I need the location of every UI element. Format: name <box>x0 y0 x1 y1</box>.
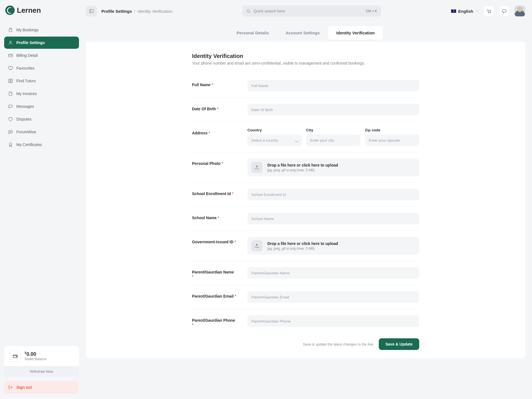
signout-button[interactable]: Sign out <box>4 381 79 393</box>
search-input[interactable] <box>254 9 363 13</box>
topbar: Profile Settings / Identity Verification… <box>83 0 532 24</box>
tabs: Personal Details Account Settings Identi… <box>86 24 525 42</box>
search-box[interactable]: Ctrl + K <box>242 6 381 17</box>
main-nav: My Bookings Profile Settings Billing Det… <box>4 24 79 151</box>
dob-input[interactable] <box>247 104 419 116</box>
sidebar-item-profile[interactable]: Profile Settings <box>4 37 79 49</box>
guardian-name-label: Parent/Gaurdian Name * <box>192 267 236 279</box>
chat-bubble-icon <box>502 9 507 14</box>
content-card: Personal Details Account Settings Identi… <box>86 24 525 358</box>
sidebar-item-certificates[interactable]: My Certificates <box>4 139 79 151</box>
zip-label: Zip code <box>365 128 419 132</box>
photo-upload[interactable]: Drop a file here or click here to upload… <box>247 158 419 176</box>
chevron-down-icon <box>475 9 479 13</box>
avatar[interactable] <box>514 6 525 17</box>
guardian-name-input[interactable] <box>247 267 419 279</box>
school-name-label: School Name * <box>192 213 236 220</box>
svg-point-2 <box>9 143 12 145</box>
search-kbd: Ctrl + K <box>366 9 377 13</box>
upload-hint: jpg, jpeg, gif or png (max. 5 MB) <box>267 168 338 172</box>
logo-mark <box>5 6 15 15</box>
school-name-input[interactable] <box>247 213 419 224</box>
tab-personal[interactable]: Personal Details <box>228 26 277 40</box>
flag-icon <box>451 9 456 13</box>
language-switcher[interactable]: English <box>451 9 479 14</box>
wallet-label: Wallet Balance <box>25 357 47 361</box>
zip-input[interactable] <box>365 134 419 146</box>
bag-icon <box>8 27 13 32</box>
svg-point-6 <box>247 10 250 12</box>
cart-button[interactable] <box>483 6 494 17</box>
breadcrumb-current: Identity Verification <box>137 9 172 14</box>
form: Identity Verification Your phone number … <box>192 42 419 358</box>
guardian-phone-label: Parent/Gaurdian Phone * <box>192 315 236 327</box>
sidebar-item-label: My Certificates <box>16 142 42 147</box>
sidebar-item-bookings[interactable]: My Bookings <box>4 24 79 36</box>
sidebar-item-label: Find Tutors <box>16 79 36 83</box>
language-label: English <box>458 9 473 14</box>
dob-label: Date Of Birth * <box>192 104 236 111</box>
sidebar-item-label: My Bookings <box>16 28 39 32</box>
svg-rect-5 <box>89 9 93 13</box>
sidebar-item-forum[interactable]: ForumWise <box>4 126 79 138</box>
sidebar-item-label: My Invoices <box>16 91 37 96</box>
withdraw-button[interactable]: Withdraw Now <box>4 366 79 377</box>
full-name-label: Full Name * <box>192 80 236 87</box>
city-label: City <box>306 128 360 132</box>
sidebar-item-billing[interactable]: Billing Detail <box>4 49 79 62</box>
logo[interactable]: Lernen <box>4 6 79 15</box>
enrollment-label: School Enrollment Id * <box>192 189 236 196</box>
gov-id-upload[interactable]: Drop a file here or click here to upload… <box>247 237 419 255</box>
save-button[interactable]: Save & Update <box>379 338 419 350</box>
footer-hint: Save & update the latest changes to the … <box>303 342 373 346</box>
address-label: Address * <box>192 128 236 135</box>
guardian-phone-input[interactable] <box>247 315 419 327</box>
sidebar-item-messages[interactable]: Messages <box>4 100 79 112</box>
sidebar-item-favourites[interactable]: Favourites <box>4 62 79 74</box>
tab-identity[interactable]: Identity Verification <box>328 26 383 40</box>
upload-hint: jpg, jpeg, gif or png (max. 5 MB) <box>267 247 338 250</box>
wallet-amount: $0.00 <box>25 351 47 357</box>
svg-rect-1 <box>9 54 12 57</box>
badge-icon <box>8 142 13 147</box>
shield-icon <box>8 117 13 122</box>
sidebar-item-disputes[interactable]: Disputes <box>4 113 79 125</box>
sidebar-toggle-button[interactable] <box>86 6 97 17</box>
svg-rect-9 <box>503 10 506 12</box>
page-description: Your phone number and email are semi-con… <box>192 61 419 65</box>
tab-account[interactable]: Account Settings <box>277 26 328 40</box>
user-icon <box>8 40 13 45</box>
logout-icon <box>8 385 13 390</box>
country-label: Country <box>247 128 302 132</box>
enrollment-input[interactable] <box>247 189 419 200</box>
heart-icon <box>8 66 13 71</box>
guardian-email-input[interactable] <box>247 291 419 303</box>
logo-text: Lernen <box>17 6 41 15</box>
sidebar-item-label: Favourites <box>16 66 34 70</box>
svg-point-7 <box>488 12 489 13</box>
city-input[interactable] <box>306 134 360 146</box>
chat-button[interactable] <box>499 6 510 17</box>
chat-icon <box>8 129 13 134</box>
sidebar-item-label: Disputes <box>16 117 31 121</box>
page-title: Identity Verification <box>192 53 419 59</box>
full-name-input[interactable] <box>247 80 419 91</box>
breadcrumb: Profile Settings / Identity Verification <box>101 9 172 14</box>
upload-icon <box>251 240 262 251</box>
sidebar-item-invoices[interactable]: My Invoices <box>4 88 79 100</box>
form-footer: Save & update the latest changes to the … <box>192 333 419 350</box>
main: Profile Settings / Identity Verification… <box>83 0 532 399</box>
upload-title: Drop a file here or click here to upload <box>267 163 338 167</box>
wallet-card: $0.00 Wallet Balance Withdraw Now <box>4 346 79 377</box>
svg-point-8 <box>490 12 490 13</box>
country-select[interactable]: Select a country <box>247 134 302 146</box>
breadcrumb-separator: / <box>134 9 135 14</box>
sidebar-item-label: Profile Settings <box>16 40 45 45</box>
book-icon <box>8 78 13 83</box>
panel-icon <box>89 9 94 14</box>
sidebar-item-label: ForumWise <box>16 130 36 134</box>
breadcrumb-parent[interactable]: Profile Settings <box>101 9 132 14</box>
sidebar-item-find-tutors[interactable]: Find Tutors <box>4 75 79 87</box>
search-icon <box>246 9 251 13</box>
upload-icon <box>251 162 262 173</box>
